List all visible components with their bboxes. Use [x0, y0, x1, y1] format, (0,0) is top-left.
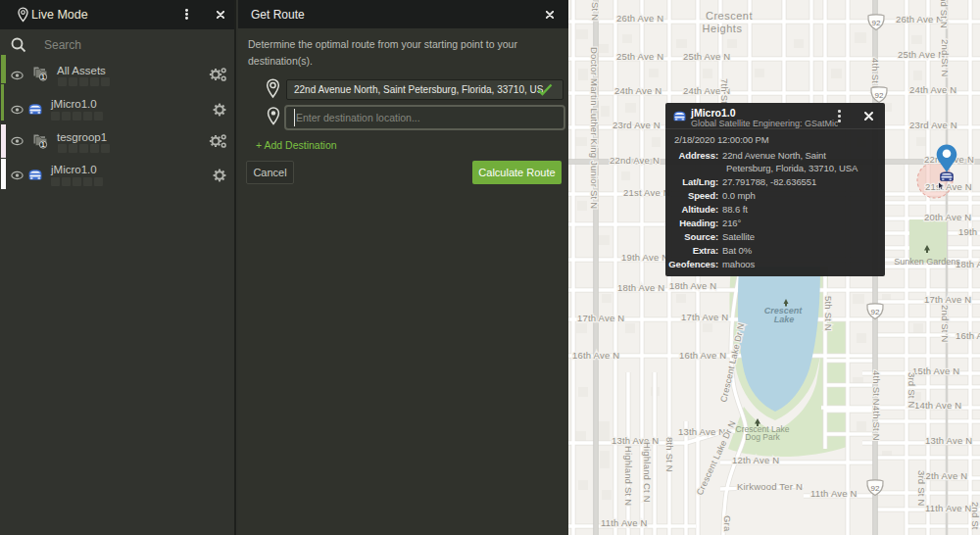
- svg-text:17th Ave N: 17th Ave N: [577, 313, 624, 323]
- svg-text:11th Ave N: 11th Ave N: [925, 503, 972, 513]
- svg-text:13th Ave N: 13th Ave N: [925, 435, 972, 446]
- svg-text:11th Ave N: 11th Ave N: [810, 488, 858, 499]
- svg-text:1: 1: [41, 141, 45, 148]
- svg-text:18th Ave N: 18th Ave N: [617, 282, 664, 293]
- svg-text:Highland St N: Highland St N: [623, 446, 634, 506]
- svg-text:3rd St N: 3rd St N: [906, 372, 917, 408]
- svg-text:15th Ave N: 15th Ave N: [912, 365, 959, 376]
- svg-text:Gra: Gra: [722, 515, 733, 532]
- svg-text:18th Ave N: 18th Ave N: [669, 280, 716, 291]
- svg-text:4th St N4th St N: 4th St N4th St N: [871, 370, 882, 441]
- svg-text:92: 92: [872, 19, 881, 27]
- svg-text:24th Ave N: 24th Ave N: [614, 85, 662, 96]
- svg-text:22nd Ave N: 22nd Ave N: [610, 155, 660, 166]
- svg-text:2nd St: 2nd St: [970, 502, 980, 530]
- svg-text:3rd St N: 3rd St N: [916, 470, 927, 506]
- svg-text:19th Ave N: 19th Ave N: [621, 252, 668, 263]
- svg-text:5th St N: 5th St N: [823, 296, 834, 331]
- svg-text:2nd St N: 2nd St N: [940, 305, 951, 343]
- svg-text:23rd Ave N: 23rd Ave N: [909, 120, 957, 130]
- svg-text:Kirkwood Ter N: Kirkwood Ter N: [737, 481, 803, 492]
- svg-text:1: 1: [41, 73, 45, 80]
- svg-text:12th Ave N: 12th Ave N: [732, 455, 779, 465]
- svg-text:Dog Park: Dog Park: [745, 432, 780, 442]
- svg-text:92: 92: [875, 91, 884, 100]
- svg-text:11th Ave N: 11th Ave N: [601, 517, 648, 528]
- svg-text:Highland Ct N: Highland Ct N: [642, 442, 653, 503]
- svg-text:16th Ave N: 16th Ave N: [679, 350, 726, 361]
- svg-text:25th Ave N: 25th Ave N: [898, 49, 945, 60]
- svg-text:13th Ave N: 13th Ave N: [678, 426, 725, 437]
- svg-text:26th Ave N: 26th Ave N: [616, 13, 663, 24]
- svg-text:8th St N: 8th St N: [664, 437, 675, 472]
- svg-text:14th Ave N: 14th Ave N: [914, 400, 961, 411]
- svg-text:17th Ave N: 17th Ave N: [681, 312, 728, 322]
- svg-text:24th Ave N: 24th Ave N: [909, 84, 956, 95]
- svg-text:Crescent: Crescent: [706, 10, 753, 22]
- svg-text:nd St N: nd St N: [939, 0, 950, 28]
- svg-text:St N: St N: [590, 2, 601, 21]
- svg-text:Doctor Martin Luther King Juni: Doctor Martin Luther King Junior St N: [589, 47, 600, 209]
- svg-text:19th: 19th: [958, 226, 977, 237]
- svg-text:92: 92: [871, 308, 880, 316]
- svg-text:25th Ave N: 25th Ave N: [683, 51, 730, 62]
- svg-text:23rd Ave N: 23rd Ave N: [612, 120, 661, 130]
- svg-text:17th Ave N: 17th Ave N: [924, 294, 971, 305]
- svg-text:16th A: 16th A: [956, 330, 980, 341]
- svg-text:16th Ave N: 16th Ave N: [572, 350, 619, 361]
- svg-text:21st Ave N: 21st Ave N: [623, 187, 670, 198]
- svg-text:26th Ave N: 26th Ave N: [896, 14, 943, 24]
- svg-text:Heights: Heights: [703, 23, 743, 34]
- svg-text:92: 92: [871, 484, 880, 493]
- svg-text:20th Ave N: 20th Ave N: [924, 212, 971, 222]
- svg-text:Sunken Gardens: Sunken Gardens: [894, 257, 960, 267]
- svg-text:2nd St N: 2nd St N: [940, 39, 951, 77]
- svg-text:Lake: Lake: [774, 315, 795, 324]
- svg-text:25th Ave N: 25th Ave N: [616, 51, 663, 62]
